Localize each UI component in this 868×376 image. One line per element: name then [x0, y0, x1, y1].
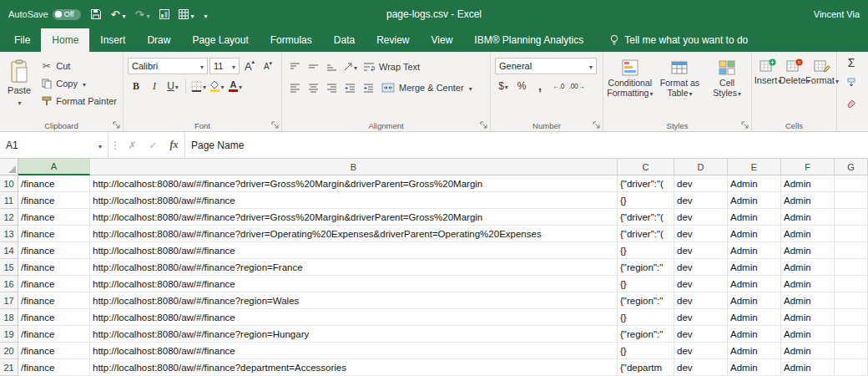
format-cells-button[interactable]: Format — [808, 54, 836, 119]
copy-dropdown-icon[interactable] — [82, 79, 86, 89]
cell-D17[interactable]: dev — [674, 292, 728, 309]
orientation-dropdown-icon[interactable] — [353, 61, 357, 73]
cell-F19[interactable]: Admin — [781, 326, 835, 343]
account-name[interactable]: Vincent Via — [814, 9, 860, 19]
cell-F14[interactable]: Admin — [781, 242, 835, 259]
decrease-indent-button[interactable] — [341, 79, 358, 96]
cell-G13[interactable] — [835, 226, 868, 242]
cell-D14[interactable]: dev — [674, 242, 728, 259]
paste-button[interactable]: Paste — [3, 54, 36, 119]
cell-C21[interactable]: {"departm — [618, 359, 674, 376]
bottom-align-button[interactable] — [323, 58, 340, 75]
enter-icon[interactable] — [143, 132, 164, 158]
cell-D18[interactable]: dev — [674, 309, 728, 326]
cell-F12[interactable]: Admin — [781, 209, 835, 226]
customize-quick-access-toolbar-button[interactable] — [204, 8, 208, 21]
cell-B11[interactable]: http://localhost:8080/aw/#/finance — [90, 192, 618, 209]
column-header-e[interactable]: E — [728, 159, 781, 175]
table-tools-dropdown-icon[interactable] — [190, 8, 194, 21]
align-center-button[interactable] — [305, 79, 321, 96]
column-header-g[interactable]: G — [835, 159, 868, 175]
row-header-14[interactable]: 14 — [0, 242, 18, 259]
cell-D20[interactable]: dev — [674, 343, 728, 359]
cell-B17[interactable]: http://localhost:8080/aw/#/finance?regio… — [90, 292, 618, 309]
borders-dropdown-icon[interactable] — [202, 80, 206, 92]
cell-E18[interactable]: Admin — [728, 309, 781, 326]
autosave-toggle[interactable]: AutoSave Off — [8, 9, 81, 20]
align-left-button[interactable] — [286, 79, 303, 96]
cell-D15[interactable]: dev — [674, 259, 728, 276]
cell-C18[interactable]: {} — [618, 309, 674, 326]
font-name-dropdown-icon[interactable] — [199, 61, 204, 71]
insert-function-icon[interactable] — [164, 132, 184, 158]
formula-input[interactable]: Page Name — [184, 132, 868, 158]
undo-button[interactable] — [111, 8, 126, 21]
cell-F18[interactable]: Admin — [781, 309, 835, 326]
cell-C20[interactable]: {} — [618, 343, 674, 359]
decrease-decimal-button[interactable] — [568, 78, 585, 94]
alignment-dialog-launcher-icon[interactable] — [479, 120, 488, 130]
cell-E19[interactable]: Admin — [728, 326, 781, 343]
quick-access-custom-button[interactable] — [159, 9, 169, 19]
font-dialog-launcher-icon[interactable] — [270, 120, 280, 130]
row-header-10[interactable]: 10 — [0, 175, 18, 192]
insert-cells-button[interactable]: Insert — [754, 54, 781, 119]
name-box[interactable]: A1 — [0, 132, 108, 158]
cell-F13[interactable]: Admin — [781, 226, 835, 242]
cell-A19[interactable]: /finance — [18, 326, 90, 343]
top-align-button[interactable] — [286, 58, 303, 75]
save-button[interactable] — [90, 8, 102, 20]
cell-A15[interactable]: /finance — [18, 259, 90, 276]
format-as-table-button[interactable]: Format as Table — [656, 54, 704, 119]
tab-ibm-planning-analytics[interactable]: IBM® Planning Analytics — [463, 28, 594, 52]
cell-A14[interactable]: /finance — [18, 242, 90, 259]
cell-F20[interactable]: Admin — [781, 343, 835, 359]
undo-dropdown-icon[interactable] — [122, 8, 126, 21]
cell-E10[interactable]: Admin — [728, 175, 781, 192]
comma-style-button[interactable] — [532, 78, 548, 94]
row-header-17[interactable]: 17 — [0, 292, 18, 309]
cell-A18[interactable]: /finance — [18, 309, 90, 326]
format-as-table-dropdown-icon[interactable] — [689, 88, 693, 98]
cell-styles-dropdown-icon[interactable] — [737, 88, 741, 98]
cell-C10[interactable]: {"driver":"( — [618, 175, 674, 192]
cell-C14[interactable]: {} — [618, 242, 674, 259]
cell-G17[interactable] — [835, 292, 868, 309]
cell-B21[interactable]: http://localhost:8080/aw/#/finance?depar… — [90, 359, 618, 376]
cell-B10[interactable]: http://localhost:8080/aw/#/finance?drive… — [90, 175, 618, 192]
cell-A13[interactable]: /finance — [18, 226, 90, 242]
tell-me-box[interactable]: Tell me what you want to do — [609, 28, 748, 52]
cell-G20[interactable] — [835, 343, 868, 359]
cell-B20[interactable]: http://localhost:8080/aw/#/finance — [90, 343, 618, 359]
cell-D12[interactable]: dev — [674, 209, 728, 226]
increase-decimal-button[interactable] — [550, 78, 567, 94]
row-header-16[interactable]: 16 — [0, 276, 18, 292]
redo-dropdown-icon[interactable] — [146, 8, 150, 21]
cell-B15[interactable]: http://localhost:8080/aw/#/finance?regio… — [90, 259, 618, 276]
cell-G14[interactable] — [835, 242, 868, 259]
number-dialog-launcher-icon[interactable] — [592, 120, 601, 130]
cell-A12[interactable]: /finance — [18, 209, 90, 226]
select-all-corner[interactable] — [0, 159, 18, 175]
cell-D21[interactable]: dev — [674, 359, 728, 376]
cell-C11[interactable]: {} — [618, 192, 674, 209]
increase-indent-button[interactable] — [360, 79, 376, 96]
orientation-button[interactable] — [341, 58, 358, 75]
column-header-f[interactable]: F — [781, 159, 835, 175]
cell-G15[interactable] — [835, 259, 868, 276]
row-header-12[interactable]: 12 — [0, 209, 18, 226]
tab-page-layout[interactable]: Page Layout — [181, 28, 259, 52]
conditional-formatting-dropdown-icon[interactable] — [648, 88, 653, 98]
cell-C13[interactable]: {"driver":"( — [618, 226, 674, 242]
merge-center-button[interactable]: Merge & Center — [378, 79, 476, 96]
tab-file[interactable]: File — [3, 28, 41, 52]
row-header-11[interactable]: 11 — [0, 192, 18, 209]
name-box-dropdown-icon[interactable] — [98, 140, 102, 151]
tab-draw[interactable]: Draw — [136, 28, 181, 52]
tab-home[interactable]: Home — [41, 28, 89, 52]
cell-C12[interactable]: {"driver":"( — [618, 209, 674, 226]
cut-button[interactable]: Cut — [38, 57, 120, 74]
cell-B19[interactable]: http://localhost:8080/aw/#/finance?regio… — [90, 326, 618, 343]
cell-G16[interactable] — [835, 276, 868, 292]
conditional-formatting-button[interactable]: Conditional Formatting — [606, 54, 654, 119]
